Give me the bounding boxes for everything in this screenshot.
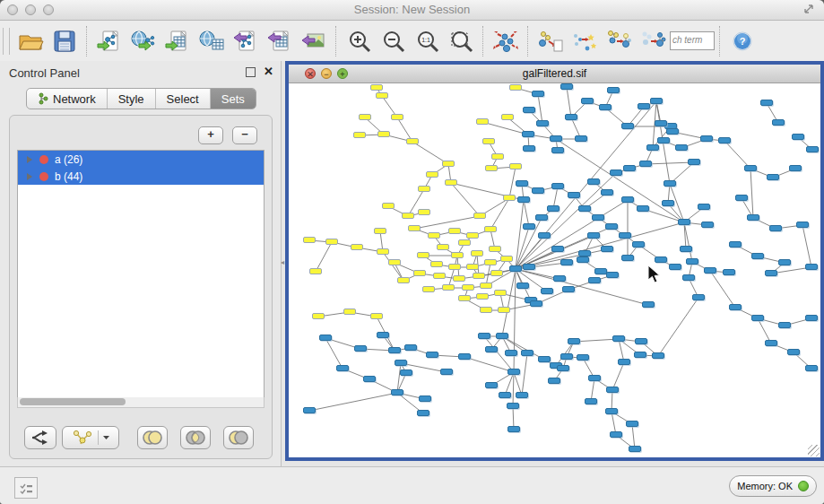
zoom-out-button[interactable] [376,25,410,57]
set-union-button[interactable] [137,426,168,449]
graph-node[interactable] [650,98,663,104]
graph-node[interactable] [669,264,681,270]
graph-node[interactable] [578,250,591,256]
graph-node[interactable] [560,353,573,360]
graph-node[interactable] [551,183,564,189]
expand-triangle-icon[interactable] [27,173,32,180]
graph-node[interactable] [639,161,652,167]
graph-node[interactable] [767,174,779,180]
graph-node[interactable] [516,392,528,398]
graph-node[interactable] [599,104,611,110]
graph-node[interactable] [621,123,634,129]
graph-node[interactable] [610,431,622,438]
graph-node[interactable] [642,301,655,308]
graph-node[interactable] [532,187,544,194]
float-panel-icon[interactable] [246,67,256,77]
graph-node[interactable] [623,165,636,171]
set-row[interactable]: b (44) [18,168,264,185]
graph-node[interactable] [575,135,587,142]
graph-node[interactable] [735,195,748,201]
graph-node[interactable] [765,270,777,276]
graph-node[interactable] [430,261,443,267]
graph-node[interactable] [499,392,511,398]
graph-node[interactable] [632,241,645,248]
tab-select[interactable]: Select [156,89,211,109]
graph-node[interactable] [751,253,764,259]
graph-node[interactable] [507,403,519,409]
graph-node[interactable] [655,120,667,126]
graph-node[interactable] [400,369,412,376]
graph-node[interactable] [655,256,667,263]
graph-node[interactable] [592,214,604,221]
graph-node[interactable] [606,387,619,393]
graph-node[interactable] [536,120,549,126]
graph-node[interactable] [500,256,513,262]
graph-node[interactable] [382,203,395,209]
memory-status-button[interactable]: Memory: OK [729,475,817,497]
graph-node[interactable] [453,275,465,282]
graph-node[interactable] [418,186,430,192]
graph-node[interactable] [442,161,455,167]
graph-node[interactable] [490,270,503,276]
graph-node[interactable] [662,200,674,206]
graph-node[interactable] [309,268,322,274]
graph-node[interactable] [445,179,457,186]
graph-node[interactable] [619,232,631,239]
graph-node[interactable] [391,114,403,120]
graph-node[interactable] [577,354,589,361]
create-set-from-network-button[interactable] [62,426,119,449]
graph-node[interactable] [594,268,607,274]
resize-grip[interactable] [808,445,820,456]
graph-node[interactable] [507,426,520,432]
graph-node[interactable] [550,135,562,142]
graph-node[interactable] [501,114,514,120]
toolbar-grip[interactable] [3,28,10,55]
graph-node[interactable] [413,270,426,276]
graph-node[interactable] [494,290,507,296]
graph-node[interactable] [805,315,818,321]
graph-node[interactable] [629,446,641,452]
graph-node[interactable] [377,131,390,137]
graph-node[interactable] [417,252,429,258]
graph-node[interactable] [805,365,818,371]
graph-node[interactable] [607,87,620,93]
window-titlebar[interactable]: Session: New Session [0,0,824,21]
network-window-titlebar[interactable]: ✕ − + galFiltered.sif [289,65,820,83]
graph-node[interactable] [551,246,564,252]
graph-node[interactable] [538,232,551,239]
import-table-file-button[interactable] [160,25,195,57]
graph-node[interactable] [541,288,553,294]
graph-node[interactable] [666,128,679,135]
graph-node[interactable] [530,300,542,307]
graph-node[interactable] [363,376,376,382]
graph-node[interactable] [484,259,497,265]
graph-node[interactable] [751,315,764,321]
graph-node[interactable] [473,213,486,219]
graph-node[interactable] [723,269,735,275]
graph-node[interactable] [351,244,363,250]
graph-node[interactable] [480,307,492,313]
graph-node[interactable] [535,214,548,221]
graph-node[interactable] [548,378,560,384]
graph-node[interactable] [478,333,490,339]
graph-node[interactable] [498,307,510,313]
first-neighbors-button[interactable] [602,25,636,57]
graph-node[interactable] [560,83,573,90]
graph-node[interactable] [485,346,498,352]
graph-node[interactable] [476,293,489,300]
graph-node[interactable] [601,189,613,196]
graph-node[interactable] [485,382,498,388]
graph-node[interactable] [419,395,431,402]
graph-node[interactable] [473,273,485,279]
graph-node[interactable] [778,259,791,265]
set-difference-button[interactable] [223,426,254,449]
graph-node[interactable] [408,225,421,231]
graph-node[interactable] [442,284,455,291]
graph-node[interactable] [343,308,356,315]
graph-node[interactable] [769,225,782,231]
import-network-file-button[interactable] [92,25,126,57]
graph-node[interactable] [428,232,440,239]
search-input[interactable]: ch term [670,31,715,50]
graph-node[interactable] [471,250,483,256]
graph-node[interactable] [680,246,692,252]
